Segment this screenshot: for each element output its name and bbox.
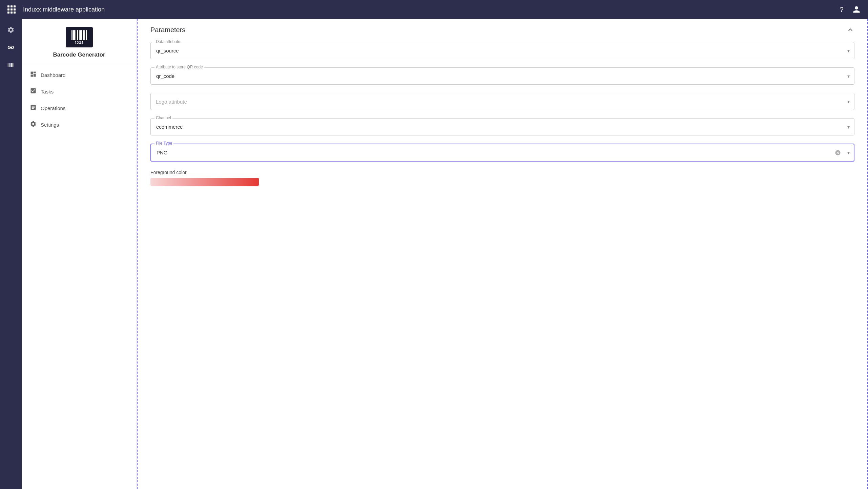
settings-nav-icon xyxy=(30,121,37,129)
nav-label-tasks: Tasks xyxy=(41,89,54,94)
field-data-attribute: Data attribute qr_source ▾ xyxy=(150,42,854,59)
params-panel: Parameters Data attribute qr_source ▾ xyxy=(137,19,868,198)
account-icon xyxy=(852,5,861,14)
params-header: Parameters xyxy=(150,26,854,34)
nav-item-tasks[interactable]: Tasks xyxy=(22,83,137,100)
icon-sidebar xyxy=(0,19,22,489)
field-attribute-store-qr: Attribute to store QR code qr_code ▾ xyxy=(150,67,854,85)
help-icon: ? xyxy=(840,6,843,14)
barcode-number: 1234 xyxy=(75,41,83,45)
field-label-channel: Channel xyxy=(154,115,172,120)
plugin-logo: 1234 xyxy=(66,27,93,47)
sidebar-icon-barcode[interactable] xyxy=(3,57,19,73)
nav-item-dashboard[interactable]: Dashboard xyxy=(22,67,137,83)
field-wrapper-channel: ecommerce ▾ xyxy=(150,118,854,135)
select-store-qr[interactable]: qr_code xyxy=(150,67,854,85)
params-title: Parameters xyxy=(150,26,185,34)
nav-label-operations: Operations xyxy=(41,105,65,111)
field-wrapper-data-attribute: qr_source ▾ xyxy=(150,42,854,59)
clear-file-type-button[interactable] xyxy=(835,150,841,156)
barcode-icon xyxy=(7,61,15,69)
clear-icon xyxy=(835,150,841,156)
select-data-attribute[interactable]: qr_source xyxy=(150,42,854,59)
grid-icon xyxy=(7,5,16,14)
dashed-border-left xyxy=(137,19,138,489)
sidebar-icon-settings[interactable] xyxy=(3,22,19,38)
nav-items: Dashboard Tasks Operations xyxy=(22,64,137,136)
nav-item-operations[interactable]: Operations xyxy=(22,100,137,116)
plugin-header: 1234 Barcode Generator xyxy=(22,19,137,64)
app-title: Induxx middleware application xyxy=(23,6,105,13)
field-channel: Channel ecommerce ▾ xyxy=(150,118,854,135)
nav-item-settings[interactable]: Settings xyxy=(22,116,137,133)
help-button[interactable]: ? xyxy=(835,3,848,16)
dashboard-icon xyxy=(30,71,37,79)
settings-icon xyxy=(7,26,15,34)
field-label-data-attribute: Data attribute xyxy=(154,39,182,44)
link-icon xyxy=(7,44,15,51)
account-button[interactable] xyxy=(850,3,863,16)
nav-label-settings: Settings xyxy=(41,122,59,128)
field-logo-attribute: ▾ Logo attribute xyxy=(150,93,854,110)
tasks-icon xyxy=(30,87,37,96)
grid-menu-button[interactable] xyxy=(5,3,18,16)
field-wrapper-file-type: PNG ▾ xyxy=(150,144,854,162)
nav-label-dashboard: Dashboard xyxy=(41,72,65,78)
field-wrapper-logo: ▾ xyxy=(150,93,854,110)
left-nav: 1234 Barcode Generator Dashboard xyxy=(22,19,137,489)
topbar: Induxx middleware application ? xyxy=(0,0,868,19)
sidebar-icon-link[interactable] xyxy=(3,39,19,56)
collapse-button[interactable] xyxy=(846,26,854,34)
select-logo-attribute[interactable] xyxy=(150,93,854,110)
select-file-type[interactable]: PNG xyxy=(150,144,854,162)
operations-icon xyxy=(30,104,37,112)
field-label-file-type: File Type xyxy=(154,141,173,146)
barcode-bars xyxy=(71,30,87,40)
chevron-up-icon xyxy=(846,26,854,34)
foreground-color-label: Foreground color xyxy=(150,170,854,175)
field-wrapper-store-qr: qr_code ▾ xyxy=(150,67,854,85)
select-channel[interactable]: ecommerce xyxy=(150,118,854,135)
foreground-color-gradient[interactable] xyxy=(150,178,259,186)
field-label-store-qr: Attribute to store QR code xyxy=(154,65,204,69)
plugin-name: Barcode Generator xyxy=(53,51,105,58)
field-file-type: File Type PNG ▾ xyxy=(150,144,854,162)
main-content: Parameters Data attribute qr_source ▾ xyxy=(137,19,868,489)
foreground-color-section: Foreground color xyxy=(150,170,854,186)
